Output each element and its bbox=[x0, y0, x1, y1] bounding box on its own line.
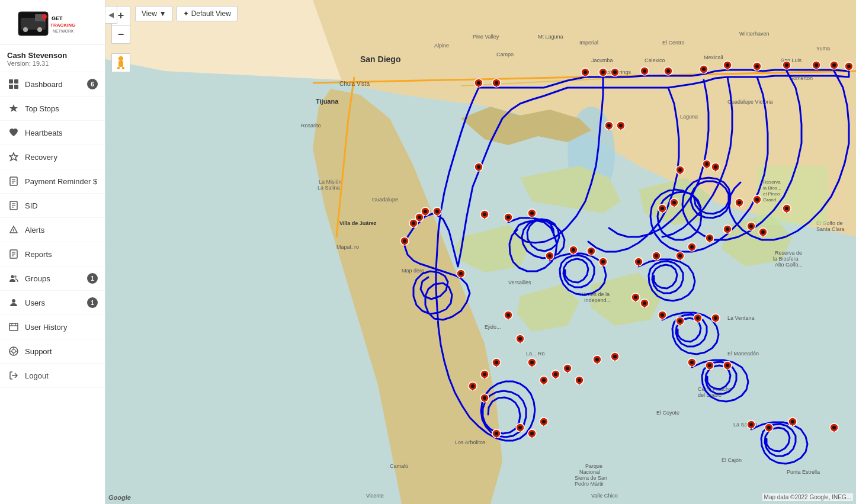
svg-text:Alto Golfo...: Alto Golfo... bbox=[775, 262, 803, 268]
svg-text:Calexico: Calexico bbox=[645, 57, 665, 63]
alerts-icon bbox=[7, 223, 20, 236]
svg-text:El Maneadón: El Maneadón bbox=[727, 351, 759, 357]
svg-text:El Cajón: El Cajón bbox=[722, 457, 742, 463]
sidebar-item-label: Reports bbox=[25, 250, 98, 259]
sidebar-item-alerts[interactable]: Alerts bbox=[0, 218, 105, 242]
sidebar-item-recovery[interactable]: Recovery bbox=[0, 145, 105, 169]
svg-text:Vicente: Vicente bbox=[366, 493, 384, 499]
svg-text:San Diego: San Diego bbox=[360, 54, 400, 64]
sidebar-collapse-btn[interactable]: ◀ bbox=[105, 6, 117, 24]
svg-text:Yuma: Yuma bbox=[816, 46, 830, 52]
svg-text:Rosarito: Rosarito bbox=[301, 123, 321, 129]
google-watermark: Google bbox=[108, 494, 131, 501]
sidebar-item-user-history[interactable]: User History bbox=[0, 315, 105, 339]
nav-badge: 1 bbox=[87, 273, 98, 284]
sidebar-item-label: Alerts bbox=[25, 226, 98, 235]
svg-rect-34 bbox=[9, 323, 18, 330]
svg-point-45 bbox=[118, 56, 123, 61]
user-history-icon bbox=[7, 320, 20, 333]
svg-text:Santa Clara: Santa Clara bbox=[816, 226, 845, 232]
svg-point-39 bbox=[12, 349, 15, 353]
sidebar-item-label: SID bbox=[25, 201, 98, 210]
svg-text:Winterhaven: Winterhaven bbox=[739, 31, 770, 37]
svg-text:Mt Laguna: Mt Laguna bbox=[538, 34, 563, 40]
view-btn[interactable]: View ▼ bbox=[135, 6, 173, 21]
sidebar: GET TRACKING NETWORK Cash Stevenson Vers… bbox=[0, 0, 105, 504]
svg-marker-15 bbox=[9, 104, 18, 112]
sidebar-item-top-stops[interactable]: Top Stops bbox=[0, 97, 105, 121]
svg-text:Laguna: Laguna bbox=[680, 114, 698, 120]
default-view-btn[interactable]: ✦ Default View bbox=[177, 6, 238, 21]
svg-text:Alpine: Alpine bbox=[434, 43, 449, 49]
svg-text:Tijuana: Tijuana bbox=[316, 98, 339, 105]
sidebar-item-label: Top Stops bbox=[25, 104, 98, 113]
nav-menu: Dashboard6Top StopsHeartbeatsRecoveryPay… bbox=[0, 72, 105, 388]
sidebar-item-users[interactable]: Users1 bbox=[0, 291, 105, 315]
svg-text:Los Arbolitos: Los Arbolitos bbox=[455, 439, 486, 445]
svg-text:La Misión: La Misión bbox=[319, 179, 342, 185]
zoom-out-btn[interactable]: − bbox=[111, 25, 130, 44]
support-icon bbox=[7, 345, 20, 358]
sidebar-item-label: Groups bbox=[25, 274, 87, 283]
svg-text:NETWORK: NETWORK bbox=[53, 29, 74, 33]
top-stops-icon bbox=[7, 102, 20, 115]
logout-icon bbox=[7, 369, 20, 382]
svg-text:Reserva de: Reserva de bbox=[775, 250, 802, 256]
sidebar-item-dashboard[interactable]: Dashboard6 bbox=[0, 72, 105, 97]
sidebar-item-label: Users bbox=[25, 298, 87, 307]
svg-text:El Coyote: El Coyote bbox=[656, 410, 679, 416]
svg-text:La... Ro: La... Ro bbox=[526, 351, 545, 357]
svg-text:Ejido...: Ejido... bbox=[485, 324, 501, 330]
svg-marker-16 bbox=[9, 153, 18, 160]
svg-rect-12 bbox=[14, 79, 18, 84]
sidebar-item-label: Support bbox=[25, 347, 98, 356]
logo-area: GET TRACKING NETWORK bbox=[0, 0, 105, 45]
sidebar-item-support[interactable]: Support bbox=[0, 339, 105, 364]
sidebar-item-reports[interactable]: Reports bbox=[0, 242, 105, 267]
svg-text:Villa de Juárez: Villa de Juárez bbox=[339, 220, 377, 226]
svg-text:Mexicali: Mexicali bbox=[704, 54, 723, 60]
svg-text:Camalú: Camalú bbox=[390, 463, 408, 469]
sidebar-item-heartbeats[interactable]: Heartbeats bbox=[0, 121, 105, 145]
svg-text:Guadalupe: Guadalupe bbox=[372, 197, 398, 203]
map-attribution: Map data ©2022 Google, INEG... bbox=[762, 493, 853, 501]
dashboard-icon bbox=[7, 78, 20, 91]
svg-text:la Biosfera: la Biosfera bbox=[773, 256, 799, 262]
map-top-bar: View ▼ ✦ Default View bbox=[135, 6, 238, 21]
svg-point-4 bbox=[23, 27, 28, 32]
svg-text:La Salina: La Salina bbox=[318, 185, 340, 191]
sidebar-item-logout[interactable]: Logout bbox=[0, 364, 105, 388]
svg-rect-14 bbox=[14, 85, 18, 89]
svg-text:Map dero: Map dero bbox=[402, 268, 424, 274]
reports-icon bbox=[7, 248, 20, 261]
nav-badge: 6 bbox=[87, 79, 98, 89]
sidebar-item-groups[interactable]: Groups1 bbox=[0, 267, 105, 291]
svg-text:Reserva: Reserva bbox=[763, 179, 781, 185]
svg-text:Nacional: Nacional bbox=[579, 469, 600, 475]
svg-point-6 bbox=[42, 14, 47, 19]
sidebar-item-label: User History bbox=[25, 323, 98, 332]
svg-point-25 bbox=[13, 231, 14, 232]
key-icon bbox=[7, 199, 20, 212]
heartbeats-icon bbox=[7, 126, 20, 139]
svg-text:Valle Chico: Valle Chico bbox=[591, 493, 618, 499]
svg-text:Sierra de San: Sierra de San bbox=[575, 475, 607, 481]
svg-text:La Ventana: La Ventana bbox=[727, 315, 755, 321]
svg-text:Guadalupe Victoria: Guadalupe Victoria bbox=[727, 99, 772, 105]
users-icon bbox=[7, 296, 20, 309]
svg-text:Chula Vista: Chula Vista bbox=[339, 81, 370, 87]
svg-text:Pedro Mártir: Pedro Mártir bbox=[575, 481, 604, 487]
user-info-section: Cash Stevenson Version: 19.31 bbox=[0, 45, 105, 72]
map-background[interactable]: San Diego Chula Vista Tijuana Rosarito I… bbox=[105, 0, 856, 504]
sidebar-item-label: Logout bbox=[25, 371, 98, 380]
pegman-btn[interactable] bbox=[111, 53, 130, 72]
svg-text:Imperial: Imperial bbox=[579, 40, 598, 46]
sidebar-item-payment-reminder[interactable]: Payment Reminder $ bbox=[0, 169, 105, 194]
svg-point-32 bbox=[14, 275, 17, 278]
pegman-icon bbox=[115, 56, 127, 70]
svg-point-31 bbox=[11, 275, 14, 278]
svg-rect-13 bbox=[9, 85, 13, 89]
map-svg: San Diego Chula Vista Tijuana Rosarito I… bbox=[105, 0, 856, 504]
svg-rect-46 bbox=[118, 61, 123, 67]
sidebar-item-sid[interactable]: SID bbox=[0, 194, 105, 218]
